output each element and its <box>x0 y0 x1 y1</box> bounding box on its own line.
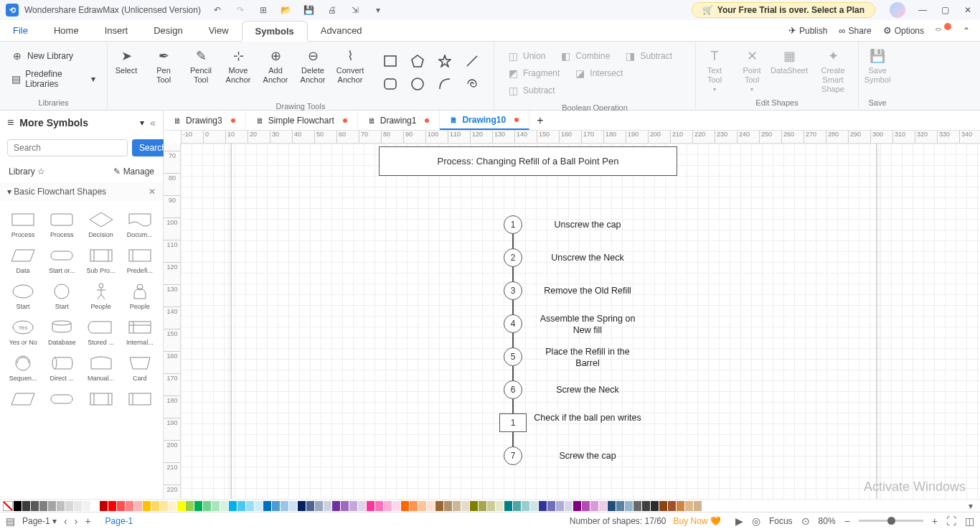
shape-lib-item[interactable]: Start <box>4 278 42 312</box>
color-swatch[interactable] <box>384 501 392 511</box>
color-swatch[interactable] <box>83 501 90 511</box>
minimize-icon[interactable]: — <box>918 5 928 15</box>
color-swatch[interactable] <box>134 501 142 511</box>
focus-label[interactable]: Focus <box>769 516 793 526</box>
doc-tab[interactable]: 🗎Drawing10 <box>440 111 529 130</box>
buy-now-link[interactable]: Buy Now 🧡 <box>674 516 721 526</box>
open-icon[interactable]: 📂 <box>280 4 293 17</box>
fullscreen-icon[interactable]: ⛶ <box>946 515 956 527</box>
doc-tab[interactable]: 🗎Simple Flowchart <box>246 111 358 130</box>
no-color-swatch[interactable] <box>3 501 13 511</box>
color-swatch[interactable] <box>272 501 280 511</box>
customize-icon[interactable]: ▾ <box>372 4 385 17</box>
color-swatch[interactable] <box>108 501 116 511</box>
color-swatch[interactable] <box>668 501 676 511</box>
color-swatch[interactable] <box>263 501 271 511</box>
color-swatch[interactable] <box>565 501 573 511</box>
color-swatch[interactable] <box>659 501 667 511</box>
pentagon-shape-icon[interactable] <box>407 52 428 70</box>
shape-lib-item[interactable]: Internal... <box>121 314 159 347</box>
shape-lib-item[interactable]: Start <box>43 278 80 312</box>
line-shape-icon[interactable] <box>462 52 482 70</box>
color-swatch[interactable] <box>435 501 443 511</box>
burger-icon[interactable]: ≡ <box>7 116 14 129</box>
user-avatar[interactable] <box>890 2 905 18</box>
shape-lib-item[interactable]: Sub Pro... <box>83 243 120 276</box>
flowchart-node[interactable]: 1 <box>504 215 522 234</box>
color-swatch[interactable] <box>392 501 400 511</box>
color-swatch[interactable] <box>298 501 306 511</box>
library-link[interactable]: Library ☆ <box>9 167 45 177</box>
color-swatch[interactable] <box>582 501 590 511</box>
color-swatch[interactable] <box>547 501 555 511</box>
color-swatch[interactable] <box>651 501 659 511</box>
shape-lib-item[interactable] <box>43 386 80 411</box>
shape-lib-item[interactable]: Manual... <box>83 350 120 383</box>
combine-button[interactable]: ◧Combine <box>552 47 617 65</box>
color-swatch[interactable] <box>410 501 418 511</box>
shape-lib-item[interactable]: Start or... <box>43 243 80 276</box>
color-swatch[interactable] <box>332 501 340 511</box>
flowchart-node[interactable]: 1 <box>499 413 527 432</box>
shape-lib-item[interactable]: Predefi... <box>121 243 159 276</box>
arc-shape-icon[interactable] <box>435 75 455 93</box>
color-swatch[interactable] <box>126 501 133 511</box>
color-swatch[interactable] <box>453 501 461 511</box>
doc-tab[interactable]: 🗎Drawing1 <box>358 111 440 130</box>
color-swatch[interactable] <box>212 501 220 511</box>
color-swatch[interactable] <box>203 501 211 511</box>
color-swatch[interactable] <box>177 501 185 511</box>
menu-options[interactable]: ⚙Options <box>883 25 924 36</box>
flowchart-node[interactable]: 2 <box>504 248 522 267</box>
shape-lib-item[interactable]: Card <box>121 350 159 383</box>
circle-shape-icon[interactable] <box>407 75 428 93</box>
color-swatch[interactable] <box>633 501 641 511</box>
shape-lib-item[interactable]: Sequen... <box>4 350 42 383</box>
color-swatch[interactable] <box>31 501 39 511</box>
shape-lib-item[interactable]: Direct ... <box>43 350 80 383</box>
color-swatch[interactable] <box>14 501 22 511</box>
shape-lib-item[interactable]: Process <box>4 207 42 240</box>
flowchart-step-text[interactable]: Place the Refill in the Barrel <box>534 346 641 370</box>
current-page-label[interactable]: Page-1 <box>105 516 133 526</box>
color-swatch[interactable] <box>358 501 366 511</box>
spiral-shape-icon[interactable] <box>462 75 482 93</box>
color-swatch[interactable] <box>590 501 598 511</box>
color-swatch[interactable] <box>685 501 693 511</box>
point-tool-button[interactable]: ✕Point Tool▾ <box>733 45 771 93</box>
add-page-icon[interactable]: + <box>85 515 90 527</box>
flowchart-node[interactable]: 6 <box>504 380 522 399</box>
color-swatch[interactable] <box>117 501 125 511</box>
new-library-button[interactable]: ⊕New Library <box>4 47 80 65</box>
color-swatch[interactable] <box>642 501 650 511</box>
menu-publish[interactable]: ✈Publish <box>788 25 827 36</box>
color-swatch[interactable] <box>151 501 159 511</box>
menu-collapse-ribbon[interactable]: ⌃ <box>963 26 970 36</box>
color-swatch[interactable] <box>169 501 176 511</box>
convert-anchor-button[interactable]: ⌇Convert Anchor <box>331 45 369 85</box>
color-swatch[interactable] <box>100 501 108 511</box>
chevron-down-icon[interactable]: ▾ <box>140 118 144 128</box>
menu-file[interactable]: File <box>0 20 41 41</box>
sidebar-category[interactable]: ▾ Basic Flowchart Shapes ✕ <box>0 182 163 201</box>
print-icon[interactable]: 🖨 <box>326 4 339 17</box>
subtract-button[interactable]: ◨Subtract <box>617 47 679 65</box>
close-category-icon[interactable]: ✕ <box>149 187 156 197</box>
color-swatch[interactable] <box>74 501 82 511</box>
fit-page-icon[interactable]: ⊙ <box>801 515 810 527</box>
color-swatch[interactable] <box>470 501 478 511</box>
color-swatch[interactable] <box>487 501 495 511</box>
color-swatch[interactable] <box>57 501 65 511</box>
star-shape-icon[interactable] <box>435 52 455 70</box>
flowchart-node[interactable]: 4 <box>504 314 522 333</box>
page-dropdown[interactable]: Page-1 ▾ <box>22 516 57 526</box>
color-swatch[interactable] <box>289 501 297 511</box>
color-swatch[interactable] <box>341 501 349 511</box>
color-swatch[interactable] <box>504 501 512 511</box>
menu-share[interactable]: ∞Share <box>839 25 871 36</box>
predefine-libraries-button[interactable]: ▤Predefine Libraries▾ <box>4 66 103 92</box>
move-anchor-button[interactable]: ⊹Move Anchor <box>220 45 257 85</box>
shape-lib-item[interactable]: YesYes or No <box>4 314 42 347</box>
intersect-button[interactable]: ◪Intersect <box>567 65 630 82</box>
smart-shape-button[interactable]: ✦Create Smart Shape <box>808 45 858 95</box>
